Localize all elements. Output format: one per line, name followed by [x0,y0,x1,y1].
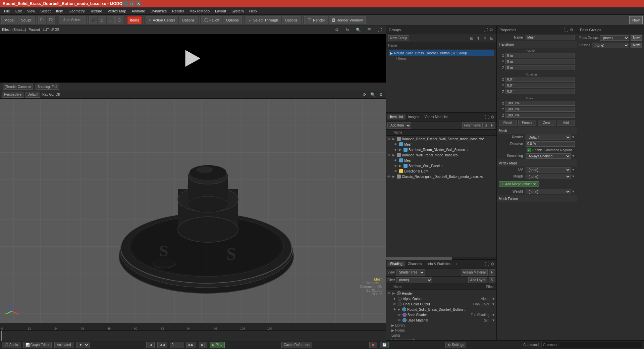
dissolve-input[interactable] [526,141,575,147]
passes-new-button[interactable]: New [631,43,642,48]
rot-y-input[interactable] [505,83,575,88]
shading-base-shader[interactable]: 👁 Base Shader Full Shading ▼ [386,312,496,317]
pos-y-input[interactable] [505,59,575,64]
f1-button[interactable]: F1 [38,16,46,24]
frame-input[interactable] [170,342,183,348]
scene-item-bamboo-wall-panel[interactable]: 👁 ▶ Bamboo_Wall_Panel ? [386,163,496,168]
shading-vis-6[interactable]: 👁 [397,318,401,322]
preview-camera-button[interactable]: (Render Camera) [3,84,33,90]
shading-f-btn[interactable]: F [489,269,495,276]
enable-cmd-checkbox[interactable]: ✓ [527,148,531,152]
expand-5[interactable]: ▶ [392,175,396,178]
shading-filter-select[interactable]: (none) [396,277,432,283]
cache-deformers-button[interactable]: Cache Deformers [281,342,312,348]
mode-model-button[interactable]: Model [1,16,17,24]
vis-icon-2[interactable]: 👁 [394,143,397,146]
add-item-select[interactable]: Add Item [387,122,411,129]
add-morph-button[interactable]: + Add Morph Influence [499,181,539,187]
animated-select[interactable]: ▼ [76,342,90,348]
shading-expand-2[interactable]: ▶ [398,308,401,311]
new-group-button[interactable]: New Group [388,35,409,41]
options-2-button[interactable]: Options [223,16,242,24]
preview-icon-4[interactable]: ☰ [365,26,373,34]
scene-item-bamboo-room-screen[interactable]: 👁 ▶ Bamboo_Room_Divider_Wall_Screen ? [386,147,496,152]
weight-select[interactable]: (none) [526,189,571,194]
shading-nodes[interactable]: ▶ Nodes [386,328,496,333]
group-item-1[interactable]: ▶ Round_Solid_Brass_Doorbell_Button (3) … [389,50,494,56]
rot-x-input[interactable] [505,77,575,82]
name-input[interactable] [526,35,575,40]
shading-alpha[interactable]: 👁 Alpha Output Alpha ▼ [386,296,496,301]
scale-z-input[interactable] [505,113,575,118]
expand-1[interactable]: ▶ [392,137,396,141]
render-button[interactable]: 🎬 Render [304,16,328,24]
shading-tab-add[interactable]: + [453,261,461,266]
shading-vis-1[interactable]: 👁 [387,292,391,295]
preview-expand[interactable]: ⛶ [376,26,384,34]
scene-item-mesh-2[interactable]: 👁 Mesh [386,158,496,163]
expand-4[interactable]: ▶ [399,164,402,167]
transport-back-button[interactable]: ◀◀ [157,342,167,348]
scene-item-classic[interactable]: 👁 ▶ Classic_Rectangular_Doorbell_Button_… [386,174,496,179]
menu-render[interactable]: Render [169,8,187,14]
falloff-button[interactable]: ◯ Falloff [201,16,222,24]
props-expand-icon[interactable]: ⛶ [564,27,569,33]
zero-button[interactable]: Zero [538,120,556,126]
groups-icon-1[interactable]: ⊞ [469,36,474,41]
menu-dynamics[interactable]: Dynamics [148,8,169,14]
vis-icon-6[interactable]: 👁 [394,164,397,168]
groups-expand-icon[interactable]: ⛶ [483,27,488,33]
tool-icon-3[interactable]: ⬦ [107,16,115,24]
mode-sculpt-button[interactable]: Sculpt [18,16,35,24]
auto-select-button[interactable]: Auto Select [59,16,86,24]
settings-button[interactable]: ⚙ Settings [445,342,466,348]
preview-icon-2[interactable]: ↻ [343,26,352,34]
scene-s-button[interactable]: S [483,122,489,129]
pos-z-input[interactable] [505,65,575,70]
shader-tree-select[interactable]: Shader Tree [396,269,425,276]
scene-item-bamboo-room[interactable]: 👁 ▶ Bamboo_Room_Divider_Wall_Screen_modo… [386,136,496,142]
shading-expand-1[interactable]: ▶ [392,292,396,295]
viewport-settings-icon[interactable]: ⚙ [378,92,384,98]
scene-tab-vertexmap[interactable]: Vertex Map List [422,114,450,119]
action-center-button[interactable]: ⊕ Action Center [146,16,178,24]
shading-tab-main[interactable]: Shading [387,261,405,266]
add-layer-button[interactable]: Add Layer [468,277,488,283]
pass-groups-new-button[interactable]: New [631,35,642,41]
assign-material-button[interactable]: Assign Material [461,269,488,276]
preview-shading-button[interactable]: Shading: Full [36,84,59,90]
vis-icon-1[interactable]: 👁 [387,137,391,141]
shading-library[interactable]: ▶ Library [386,323,496,328]
loop-button[interactable]: 🔄 [380,342,389,348]
vertex-maps-header[interactable]: Vertex Maps [497,160,577,166]
record-button[interactable]: ⏺ [369,342,377,348]
shading-vis-4[interactable]: 👁 [393,308,396,311]
groups-icon-4[interactable]: ⊟ [489,36,494,41]
shading-tab-info[interactable]: Info & Statistics [425,261,453,266]
expand-3[interactable]: ▶ [392,153,396,157]
shading-render[interactable]: 👁 ▶ Render [386,291,496,296]
smoothing-select[interactable]: Always Enabled [526,153,571,159]
timeline-content[interactable] [0,331,386,341]
shading-vis-2[interactable]: 👁 [393,297,396,301]
close-button[interactable]: ✕ [136,1,141,6]
shading-final-color[interactable]: 👁 Final Color Output Final Color ▼ [386,301,496,307]
items-button[interactable]: Items [127,16,142,24]
select-through-button[interactable]: ↔ Select Through [246,16,281,24]
tool-icon-2[interactable]: ◻ [98,16,106,24]
scene-item-light[interactable]: 👁 Directional Light [386,168,496,174]
rot-z-input[interactable] [505,89,575,94]
play-button[interactable]: ▶ Play [210,342,224,348]
props-gear-icon[interactable]: ⚙ [569,27,574,33]
shading-lights[interactable]: Lights [386,333,496,338]
scene-f-button[interactable]: F [489,122,495,129]
viewport-3d[interactable]: S S [0,99,386,323]
menu-animate[interactable]: Animate [129,8,148,14]
mesh-fusion-header[interactable]: Mesh Fusion [497,195,577,202]
options-1-button[interactable]: Options [179,16,198,24]
audio-button[interactable]: 🎵 Audio [2,342,20,348]
scene-expand-icon[interactable]: ⛶ [484,114,490,120]
scene-gear-icon[interactable]: ⚙ [490,114,495,120]
mesh-section-header[interactable]: Mesh [497,127,577,134]
graph-editor-button[interactable]: 📊 Graph Editor [23,342,52,348]
